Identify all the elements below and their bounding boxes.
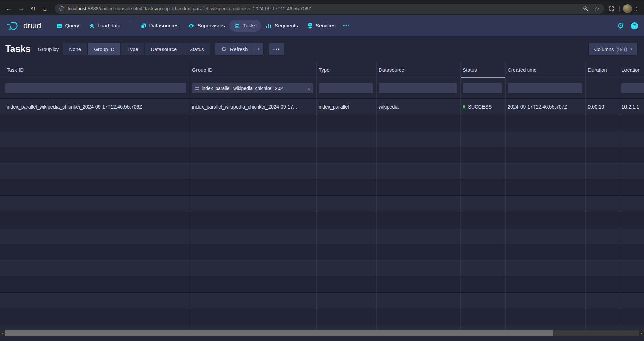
forward-icon[interactable]: → (15, 4, 27, 14)
help-icon[interactable]: ? (631, 22, 638, 29)
group-by-label: Group by (38, 46, 59, 52)
filter-cell-group-id: index_parallel_wikipedia_chicnkei_202 × (190, 78, 317, 98)
nav-item-datasources[interactable]: Datasources (136, 20, 183, 32)
nav-item-query[interactable]: Query (51, 20, 84, 32)
header-group-id[interactable]: Group ID (190, 62, 317, 78)
group-by-status-button[interactable]: Status (183, 43, 210, 55)
location-filter-input[interactable] (621, 83, 644, 93)
table-cell (461, 131, 506, 147)
refresh-icon (221, 46, 227, 52)
settings-gear-icon[interactable]: ⚙ (617, 22, 624, 30)
table-cell (0, 147, 190, 163)
status-filter-input[interactable] (463, 83, 502, 93)
table-cell (377, 260, 461, 276)
reload-icon[interactable]: ↻ (27, 4, 39, 14)
table-cell (619, 131, 644, 147)
table-cell (586, 260, 619, 276)
table-cell (317, 180, 377, 195)
table-cell (0, 163, 190, 179)
filter-cell-location (619, 78, 644, 98)
group-by-none-button[interactable]: None (63, 43, 87, 55)
browser-menu-icon[interactable]: ⋮ (632, 6, 641, 12)
filter-cell-created-time (506, 78, 586, 98)
table-cell (586, 131, 619, 147)
nav-item-supervisors[interactable]: Supervisors (183, 20, 230, 32)
header-type[interactable]: Type (317, 62, 377, 78)
table-cell (377, 293, 461, 309)
more-actions-button[interactable]: ••• (269, 43, 284, 55)
table-cell (377, 180, 461, 195)
group-by-datasource-button[interactable]: Datasource (145, 43, 183, 55)
back-icon[interactable]: ← (3, 4, 15, 14)
header-location[interactable]: Location (619, 62, 644, 78)
load-data-icon (89, 23, 95, 29)
site-info-icon[interactable]: ⓘ (59, 6, 64, 12)
scrollbar-track[interactable] (553, 330, 639, 336)
table-cell (586, 277, 619, 292)
group-by-type-button[interactable]: Type (121, 43, 144, 55)
bookmark-star-icon[interactable]: ☆ (594, 5, 599, 12)
table-cell (0, 260, 190, 276)
table-cell (586, 147, 619, 163)
nav-item-load-data[interactable]: Load data (84, 20, 126, 32)
table-cell (506, 180, 586, 195)
empty-rows-container (0, 115, 644, 341)
group-by-group-id-button[interactable]: Group ID (88, 43, 120, 55)
extensions-icon[interactable] (609, 6, 615, 12)
datasource-filter-input[interactable] (379, 83, 457, 93)
table-cell (377, 309, 461, 325)
cell-group-id: index_parallel_wikipedia_chicnkei_2024-0… (190, 99, 317, 115)
zoom-icon[interactable] (583, 6, 589, 12)
columns-button[interactable]: Columns (8/8) ▾ (589, 43, 637, 55)
table-cell (0, 196, 190, 212)
table-cell (317, 196, 377, 212)
header-task-id[interactable]: Task ID (0, 62, 190, 78)
created-time-filter-input[interactable] (508, 83, 582, 93)
table-cell (190, 309, 317, 325)
table-cell (0, 115, 190, 131)
header-status[interactable]: Status (461, 62, 506, 78)
table-row[interactable]: index_parallel_wikipedia_chicnkei_2024-0… (0, 99, 644, 115)
table-cell (317, 260, 377, 276)
group-id-filter-input[interactable]: index_parallel_wikipedia_chicnkei_202 × (192, 83, 313, 93)
refresh-interval-dropdown[interactable]: ▾ (254, 43, 263, 55)
header-created-time[interactable]: Created time (506, 62, 586, 78)
header-duration[interactable]: Duration (586, 62, 619, 78)
remove-filter-icon[interactable]: × (307, 86, 310, 91)
table-cell (619, 277, 644, 292)
refresh-button[interactable]: Refresh (215, 43, 254, 55)
nav-item-label: Query (65, 23, 79, 29)
profile-avatar[interactable] (623, 4, 632, 13)
table-cell (586, 163, 619, 179)
table-cell (0, 212, 190, 228)
header-datasource[interactable]: Datasource (377, 62, 461, 78)
task-id-filter-input[interactable] (5, 83, 186, 93)
type-filter-input[interactable] (319, 83, 373, 93)
scroll-right-icon[interactable]: ▸ (639, 330, 644, 336)
url-bar[interactable]: ⓘ localhost:8888/unified-console.html#ta… (55, 4, 604, 14)
nav-item-segments[interactable]: Segments (261, 20, 303, 32)
table-cell (461, 115, 506, 131)
group-by-button-group: None Group ID Type Datasource Status (63, 43, 210, 55)
table-cell (317, 293, 377, 309)
scroll-left-icon[interactable]: ◂ (0, 330, 5, 336)
horizontal-scrollbar[interactable]: ◂ ▸ (0, 330, 644, 336)
tasks-toolbar: Tasks Group by None Group ID Type Dataso… (0, 36, 644, 62)
table-cell (461, 147, 506, 163)
table-cell (190, 212, 317, 228)
table-cell (619, 212, 644, 228)
druid-brand[interactable]: druid (6, 21, 41, 30)
table-cell (377, 115, 461, 131)
status-badge: SUCCESS (468, 104, 492, 110)
home-icon[interactable]: ⌂ (39, 4, 51, 14)
segments-icon (266, 23, 272, 29)
columns-label: Columns (594, 46, 614, 52)
nav-item-services[interactable]: Services (303, 20, 340, 32)
table-cell (461, 309, 506, 325)
datasources-icon (141, 23, 146, 29)
url-text: localhost:8888/unified-console.html#task… (68, 6, 311, 11)
nav-item-tasks[interactable]: Tasks (229, 20, 261, 32)
table-row (0, 293, 644, 309)
scrollbar-thumb[interactable] (5, 330, 553, 336)
nav-more-icon[interactable]: ••• (340, 23, 353, 28)
